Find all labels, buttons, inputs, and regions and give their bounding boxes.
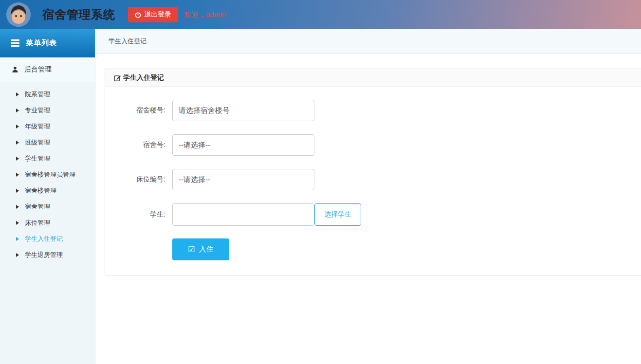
form-row-building: 宿舍楼号: 请选择宿舍楼号	[105, 100, 641, 121]
form-row-bed: 床位编号: --请选择--	[105, 169, 641, 190]
caret-right-icon	[16, 237, 19, 241]
checkin-submit-label: 入住	[199, 245, 214, 254]
sidebar-item-dorm-buildings[interactable]: 宿舍楼管理	[0, 182, 95, 199]
sidebar-item-label: 专业管理	[25, 106, 50, 115]
welcome-text: 欢迎，admin	[184, 10, 226, 19]
building-select-value: 请选择宿舍楼号	[179, 106, 230, 115]
breadcrumb-label: 学生入住登记	[109, 37, 147, 46]
caret-right-icon	[16, 189, 19, 193]
sidebar-item-label: 宿舍楼管理	[25, 186, 56, 195]
sidebar: 菜单列表 后台管理 院系管理 专业管理 年级管理	[0, 29, 95, 364]
power-icon	[135, 12, 141, 18]
hamburger-icon	[11, 39, 19, 47]
sidebar-item-label: 院系管理	[25, 90, 50, 99]
form-row-dorm: 宿舍号: --请选择--	[105, 134, 641, 156]
sidebar-item-grades[interactable]: 年级管理	[0, 118, 95, 134]
menu-header-label: 菜单列表	[26, 38, 57, 48]
sidebar-item-label: 学生退房管理	[25, 251, 63, 259]
caret-right-icon	[16, 221, 19, 225]
edit-icon	[114, 74, 121, 82]
sidebar-item-label: 年级管理	[25, 122, 50, 131]
sidebar-item-label: 床位管理	[25, 218, 50, 227]
sidebar-item-beds[interactable]: 床位管理	[0, 215, 95, 231]
sidebar-item-checkout[interactable]: 学生退房管理	[0, 247, 95, 263]
sidebar-section-admin[interactable]: 后台管理	[0, 57, 95, 82]
sidebar-menu: 院系管理 专业管理 年级管理 班级管理 学生管理 宿舍楼管理员管理	[0, 82, 95, 263]
avatar-image	[6, 2, 31, 27]
caret-right-icon	[16, 253, 19, 257]
checkin-submit-button[interactable]: ☑ 入住	[172, 238, 229, 260]
building-select[interactable]: 请选择宿舍楼号	[172, 100, 314, 121]
caret-right-icon	[16, 125, 19, 128]
sidebar-item-majors[interactable]: 专业管理	[0, 102, 95, 118]
dorm-select-value: --请选择--	[179, 141, 210, 150]
caret-right-icon	[16, 205, 19, 209]
sidebar-item-students[interactable]: 学生管理	[0, 150, 95, 166]
select-student-button[interactable]: 选择学生	[314, 203, 361, 226]
sidebar-item-label: 班级管理	[25, 138, 50, 147]
logout-label: 退出登录	[144, 10, 171, 19]
checkin-panel: 学生入住登记 宿舍楼号: 请选择宿舍楼号 宿舍号:	[105, 69, 641, 275]
caret-right-icon	[16, 109, 19, 112]
bed-label: 床位编号:	[105, 175, 165, 184]
panel-header: 学生入住登记	[105, 69, 641, 87]
content-area: 学生入住登记 宿舍楼号: 请选择宿舍楼号 宿舍号:	[95, 54, 641, 364]
checkin-form: 宿舍楼号: 请选择宿舍楼号 宿舍号: --请选择--	[105, 100, 641, 275]
sidebar-item-label: 学生管理	[25, 154, 50, 163]
dorm-label: 宿舍号:	[105, 141, 165, 149]
caret-right-icon	[16, 92, 19, 96]
user-avatar	[6, 2, 31, 27]
caret-right-icon	[16, 157, 19, 161]
sidebar-item-classes[interactable]: 班级管理	[0, 134, 95, 150]
check-square-icon: ☑	[188, 246, 195, 254]
sidebar-item-label: 宿舍管理	[25, 202, 50, 211]
student-input[interactable]	[172, 203, 314, 226]
user-icon	[12, 66, 18, 73]
sidebar-item-dorms[interactable]: 宿舍管理	[0, 199, 95, 215]
form-row-student: 学生: 选择学生	[105, 203, 641, 226]
dorm-select[interactable]: --请选择--	[172, 134, 314, 156]
building-label: 宿舍楼号:	[105, 106, 165, 115]
breadcrumb: 学生入住登记	[95, 29, 641, 54]
bed-select-value: --请选择--	[179, 175, 210, 184]
bed-select[interactable]: --请选择--	[172, 169, 314, 190]
sidebar-item-label: 学生入住登记	[25, 235, 63, 243]
logout-button[interactable]: 退出登录	[128, 7, 178, 22]
main-area: 学生入住登记 学生入住登记 宿舍楼号: 请选择宿舍楼号	[95, 29, 641, 364]
panel-title: 学生入住登记	[123, 73, 164, 82]
sidebar-item-dorm-admins[interactable]: 宿舍楼管理员管理	[0, 166, 95, 182]
top-header: 宿舍管理系统 退出登录 欢迎，admin	[0, 0, 641, 29]
sidebar-section-label: 后台管理	[24, 65, 52, 74]
sidebar-item-label: 宿舍楼管理员管理	[25, 170, 75, 179]
sidebar-menu-header[interactable]: 菜单列表	[0, 29, 95, 57]
student-label: 学生:	[105, 210, 165, 219]
caret-right-icon	[16, 141, 19, 145]
sidebar-item-departments[interactable]: 院系管理	[0, 86, 95, 102]
sidebar-item-checkin[interactable]: 学生入住登记	[0, 231, 95, 247]
app-title: 宿舍管理系统	[42, 7, 115, 22]
caret-right-icon	[16, 173, 19, 177]
